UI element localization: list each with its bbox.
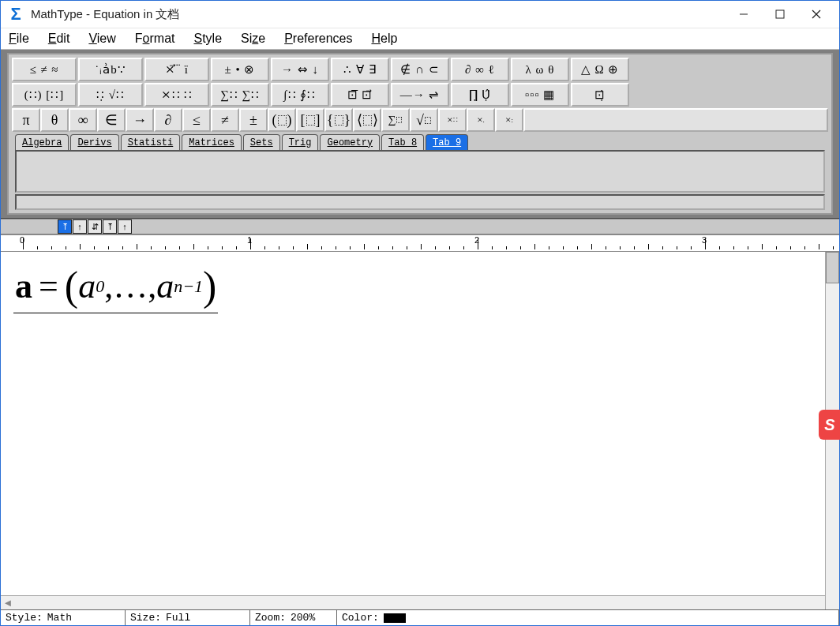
tab-9[interactable]: Tab 9 xyxy=(426,134,468,150)
status-style-value: Math xyxy=(47,612,72,624)
status-bar: Style: Math Size: Full Zoom: 200% Color: xyxy=(1,609,839,625)
palette-greek-upper[interactable]: △ Ω ⊕ xyxy=(571,58,629,81)
align-btn-2[interactable]: ↑ xyxy=(73,219,87,234)
svg-rect-1 xyxy=(776,10,784,18)
large-toolbar-well[interactable] xyxy=(15,150,825,193)
app-sigma-icon: Σ xyxy=(7,6,24,23)
horizontal-scrollbar[interactable]: ◄ ► xyxy=(1,595,839,609)
menu-file[interactable]: File xyxy=(6,30,32,47)
template-fraction[interactable]: ∷̣ √∷ xyxy=(78,83,143,107)
sym-sqrt[interactable]: √ xyxy=(410,108,438,132)
minimize-button[interactable] xyxy=(726,2,762,26)
sym-angle[interactable]: ⟨⟩ xyxy=(353,108,381,132)
sym-theta[interactable]: θ xyxy=(40,108,69,132)
template-integral[interactable]: ∫∷ ∮∷ xyxy=(271,83,329,107)
palette-misc[interactable]: ∂ ∞ ℓ xyxy=(451,58,509,81)
equation-display[interactable]: a = ( a 0 , … , a n−1 ) xyxy=(13,263,218,313)
template-sum[interactable]: ∑∷ ∑∷ xyxy=(211,83,269,107)
align-btn-3[interactable]: ⇵ xyxy=(88,219,102,234)
palette-spaces[interactable]: ˙ᵢa͗b∵ xyxy=(78,58,143,81)
title-bar: Σ MathType - Equation in 文档 xyxy=(1,1,839,28)
tab-geometry[interactable]: Geometry xyxy=(320,134,380,150)
align-btn-5[interactable]: ↑ xyxy=(118,219,132,234)
palette-row-2: (∷) [∷] ∷̣ √∷ ⨯∷ ∷ ∑∷ ∑∷ ∫∷ ∮∷ ⊡̅̅ ⊡⃗ —→… xyxy=(12,83,828,107)
editor-area: a = ( a 0 , … , a n−1 ) ◄ ► xyxy=(1,252,839,609)
template-matrix[interactable]: ▫▫▫ ▦ xyxy=(511,83,569,107)
eq-sub-n1: n−1 xyxy=(174,276,203,297)
template-fence[interactable]: (∷) [∷] xyxy=(12,83,77,107)
scroll-left-icon[interactable]: ◄ xyxy=(1,596,15,610)
tab-matrices[interactable]: Matrices xyxy=(182,134,242,150)
template-product[interactable]: ∏̣ Ụ̂ xyxy=(451,83,509,107)
sym-element[interactable]: ∈ xyxy=(97,108,126,132)
status-size-value: Full xyxy=(166,612,190,624)
menu-edit[interactable]: Edit xyxy=(45,30,73,47)
sym-neq[interactable]: ≠ xyxy=(211,108,239,132)
tab-derivs[interactable]: Derivs xyxy=(70,134,118,150)
toolbar-area: ≤ ≠ ≈ ˙ᵢa͗b∵ ×⃗ ⃛ ï ± • ⊗ → ⇔ ↓ ∴ ∀ ∃ ∉ … xyxy=(1,50,839,219)
sym-cross1[interactable]: ×∷ xyxy=(438,108,467,132)
sym-partial[interactable]: ∂ xyxy=(154,108,182,132)
sym-leq[interactable]: ≤ xyxy=(182,108,211,132)
palette-set-theory[interactable]: ∉ ∩ ⊂ xyxy=(391,58,449,81)
maximize-button[interactable] xyxy=(762,2,798,26)
sym-cross3[interactable]: ×: xyxy=(495,108,523,132)
sym-cross2[interactable]: ×. xyxy=(467,108,495,132)
palette-logical[interactable]: ∴ ∀ ∃ xyxy=(331,58,389,81)
menu-size[interactable]: Size xyxy=(238,30,268,47)
template-underover[interactable]: ⊡̅̅ ⊡⃗ xyxy=(331,83,389,107)
palette-row-1: ≤ ≠ ≈ ˙ᵢa͗b∵ ×⃗ ⃛ ï ± • ⊗ → ⇔ ↓ ∴ ∀ ∃ ∉ … xyxy=(12,58,828,81)
menu-format[interactable]: Format xyxy=(132,30,178,47)
menu-view[interactable]: View xyxy=(85,30,118,47)
status-color-label: Color: xyxy=(342,612,379,624)
sym-arrow[interactable]: → xyxy=(126,108,154,132)
equation-editor[interactable]: a = ( a 0 , … , a n−1 ) xyxy=(1,252,839,595)
status-zoom-value: 200% xyxy=(291,612,315,624)
palette-greek-lower[interactable]: λ ω θ xyxy=(511,58,569,81)
sym-pi[interactable]: π xyxy=(12,108,40,132)
eq-equals: = xyxy=(32,266,65,306)
menu-preferences[interactable]: Preferences xyxy=(281,30,355,47)
palette-embellish[interactable]: ×⃗ ⃛ ï xyxy=(144,58,209,81)
sym-sum-sub[interactable]: ∑ xyxy=(381,108,410,132)
tab-8[interactable]: Tab 8 xyxy=(381,134,424,150)
template-subscript[interactable]: ⨯∷ ∷ xyxy=(144,83,209,107)
ruler[interactable]: 0 1 2 3 xyxy=(1,234,839,252)
template-labeled-arrow[interactable]: —→ ⇌ xyxy=(391,83,449,107)
align-btn-1[interactable]: ⤒ xyxy=(58,219,72,234)
app-window: Σ MathType - Equation in 文档 File Edit Vi… xyxy=(0,0,840,626)
sym-pm[interactable]: ± xyxy=(239,108,268,132)
align-btn-4[interactable]: ⤒ xyxy=(103,219,117,234)
status-style-label: Style: xyxy=(6,612,43,624)
palette-arrows[interactable]: → ⇔ ↓ xyxy=(271,58,329,81)
tab-statisti[interactable]: Statisti xyxy=(121,134,181,150)
palette-operators[interactable]: ± • ⊗ xyxy=(211,58,269,81)
palette-relational[interactable]: ≤ ≠ ≈ xyxy=(12,58,77,81)
eq-a0: a xyxy=(78,266,96,306)
eq-comma1: , xyxy=(104,266,113,306)
sym-paren[interactable]: () xyxy=(268,108,296,132)
status-size-label: Size: xyxy=(130,612,161,624)
menu-bar: File Edit View Format Style Size Prefere… xyxy=(1,28,839,50)
eq-lhs: a xyxy=(15,266,32,306)
sym-bracket[interactable]: [] xyxy=(296,108,324,132)
sym-brace[interactable]: {} xyxy=(324,108,353,132)
template-box[interactable]: ⊡̣̇ xyxy=(571,83,629,107)
eq-close-paren: ) xyxy=(203,263,216,309)
eq-comma2: , xyxy=(148,266,156,306)
sym-infinity[interactable]: ∞ xyxy=(69,108,97,132)
alignment-toolbar: ⤒ ↑ ⇵ ⤒ ↑ xyxy=(1,219,839,234)
small-toolbar-well[interactable] xyxy=(15,194,825,210)
eq-sub-0: 0 xyxy=(96,276,104,297)
tab-trig[interactable]: Trig xyxy=(282,134,319,150)
side-badge-icon[interactable]: S xyxy=(819,410,840,440)
tab-algebra[interactable]: Algebra xyxy=(15,134,69,150)
symbol-row: π θ ∞ ∈ → ∂ ≤ ≠ ± () [] {} ⟨⟩ ∑ √ ×∷ ×. … xyxy=(12,108,828,132)
tab-sets[interactable]: Sets xyxy=(243,134,280,150)
eq-an: a xyxy=(156,266,174,306)
menu-help[interactable]: Help xyxy=(368,30,400,47)
tab-row: Algebra Derivs Statisti Matrices Sets Tr… xyxy=(12,133,828,150)
status-color-swatch[interactable] xyxy=(384,613,406,623)
close-button[interactable] xyxy=(798,2,834,26)
menu-style[interactable]: Style xyxy=(190,30,225,47)
